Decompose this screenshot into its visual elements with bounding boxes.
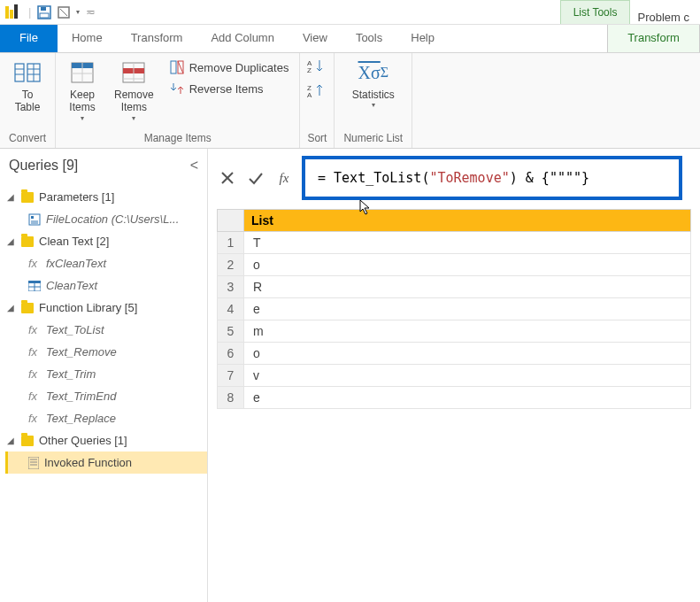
svg-rect-2 xyxy=(14,4,18,19)
tab-add-column[interactable]: Add Column xyxy=(196,25,288,52)
query-label: Text_Trim xyxy=(46,367,96,381)
tab-file[interactable]: File xyxy=(0,25,58,52)
undo-icon[interactable] xyxy=(57,5,71,19)
keep-items-button[interactable]: Keep Items ▾ xyxy=(63,57,102,124)
parameter-icon xyxy=(28,213,41,226)
queries-header: Queries [9] < xyxy=(0,149,207,182)
table-row[interactable]: 3R xyxy=(218,276,691,298)
to-table-label: To Table xyxy=(15,89,41,114)
tab-home[interactable]: Home xyxy=(58,25,117,52)
remove-duplicates-label: Remove Duplicates xyxy=(189,61,289,74)
table-row[interactable]: 1T xyxy=(218,232,691,254)
queries-title: Queries [9] xyxy=(9,158,78,174)
cell-value: T xyxy=(244,232,691,254)
ribbon: To Table Convert Keep Items ▾ Remove Ite… xyxy=(0,53,700,149)
cell-value: o xyxy=(244,254,691,276)
row-number: 6 xyxy=(218,343,244,365)
query-text-trimend[interactable]: fx Text_TrimEnd xyxy=(5,385,207,407)
cell-value: e xyxy=(244,298,691,320)
query-text-replace[interactable]: fx Text_Replace xyxy=(5,407,207,429)
group-label: Function Library [5] xyxy=(39,301,137,314)
row-number: 4 xyxy=(218,298,244,320)
group-parameters[interactable]: ◢ Parameters [1] xyxy=(5,186,207,208)
svg-rect-5 xyxy=(40,13,49,18)
accept-formula-button[interactable] xyxy=(245,167,266,189)
tab-help[interactable]: Help xyxy=(396,25,449,52)
ribbon-group-numeric: Xσ Σ Statistics ▾ Numeric List xyxy=(335,53,412,148)
keep-items-label: Keep Items xyxy=(69,89,95,114)
query-label: Invoked Function xyxy=(44,456,132,469)
svg-line-24 xyxy=(178,61,183,73)
table-row[interactable]: 7v xyxy=(218,365,691,387)
formula-suffix: ) & {""""} xyxy=(510,170,589,186)
svg-rect-37 xyxy=(28,457,39,469)
tab-transform[interactable]: Transform xyxy=(117,25,197,52)
query-label: FileLocation (C:\Users\L... xyxy=(46,212,179,226)
chevron-down-icon: ▾ xyxy=(372,101,375,109)
group-label: Other Queries [1] xyxy=(39,434,127,447)
cancel-formula-button[interactable] xyxy=(217,167,238,189)
query-text-trim[interactable]: fx Text_Trim xyxy=(5,363,207,385)
svg-rect-7 xyxy=(15,64,24,81)
app-logo-icon xyxy=(4,4,19,20)
row-number: 8 xyxy=(218,387,244,409)
qat-overflow: ≂ xyxy=(86,5,96,19)
svg-text:A: A xyxy=(307,91,312,99)
row-number: 7 xyxy=(218,365,244,387)
cell-value: o xyxy=(244,343,691,365)
sort-desc-button[interactable]: ZA xyxy=(305,81,328,101)
statistics-label: Statistics xyxy=(352,89,395,101)
qat-dropdown-icon[interactable]: ▾ xyxy=(76,8,80,16)
group-label: Parameters [1] xyxy=(39,190,114,204)
remove-items-button[interactable]: Remove Items ▾ xyxy=(109,57,159,124)
table-row[interactable]: 8e xyxy=(218,387,691,409)
formula-bar: fx = Text_ToList("ToRemove") & {""""} xyxy=(217,156,691,200)
formula-prefix: = Text_ToList( xyxy=(318,170,429,186)
remove-duplicates-button[interactable]: Remove Duplicates xyxy=(166,58,293,76)
table-row[interactable]: 6o xyxy=(218,343,691,365)
query-fxcleantext[interactable]: fx fxCleanText xyxy=(5,252,207,274)
chevron-down-icon: ▾ xyxy=(81,114,84,122)
queries-pane: Queries [9] < ◢ Parameters [1] FileLocat… xyxy=(0,149,208,602)
table-row[interactable]: 5m xyxy=(218,320,691,343)
list-column-header[interactable]: List xyxy=(244,210,691,232)
reverse-items-button[interactable]: Reverse Items xyxy=(166,80,293,97)
query-filelocation[interactable]: FileLocation (C:\Users\L... xyxy=(5,208,207,230)
group-other-queries[interactable]: ◢ Other Queries [1] xyxy=(5,429,207,452)
list-preview-table: List 1T2o3R4e5m6o7v8e xyxy=(217,209,691,409)
fx-icon: fx xyxy=(28,323,41,336)
query-invoked-function[interactable]: Invoked Function xyxy=(5,452,207,474)
statistics-icon: Xσ Σ xyxy=(359,58,388,87)
query-text-tolist[interactable]: fx Text_ToList xyxy=(5,319,207,341)
query-text-remove[interactable]: fx Text_Remove xyxy=(5,341,207,363)
query-cleantext[interactable]: CleanText xyxy=(5,274,207,297)
group-label-manage: Manage Items xyxy=(63,130,292,146)
table-row[interactable]: 2o xyxy=(218,254,691,276)
svg-rect-0 xyxy=(5,6,9,19)
to-table-button[interactable]: To Table xyxy=(7,57,48,116)
folder-icon xyxy=(21,303,34,313)
group-label-convert: Convert xyxy=(7,130,48,146)
tab-tools[interactable]: Tools xyxy=(342,25,396,52)
ribbon-group-sort: AZ ZA Sort xyxy=(300,53,335,148)
caret-down-icon: ◢ xyxy=(7,303,16,313)
tab-view[interactable]: View xyxy=(288,25,342,52)
group-function-library[interactable]: ◢ Function Library [5] xyxy=(5,297,207,319)
svg-rect-4 xyxy=(41,7,46,11)
sort-asc-button[interactable]: AZ xyxy=(305,57,328,76)
caret-down-icon: ◢ xyxy=(7,192,16,202)
tab-context-transform[interactable]: Transform xyxy=(607,25,700,52)
formula-input[interactable]: = Text_ToList("ToRemove") & {""""} xyxy=(302,156,682,200)
remove-items-icon xyxy=(119,58,148,87)
group-clean-text[interactable]: ◢ Clean Text [2] xyxy=(5,230,207,252)
collapse-chevron-icon[interactable]: < xyxy=(190,158,198,174)
statistics-button[interactable]: Xσ Σ Statistics ▾ xyxy=(342,57,404,111)
remove-items-label: Remove Items xyxy=(114,89,154,114)
save-icon[interactable] xyxy=(37,5,51,19)
table-row[interactable]: 4e xyxy=(218,298,691,320)
query-label: CleanText xyxy=(46,279,97,292)
fx-icon: fx xyxy=(28,345,41,359)
group-label: Clean Text [2] xyxy=(39,235,109,248)
queries-tree: ◢ Parameters [1] FileLocation (C:\Users\… xyxy=(0,182,207,477)
query-label: Text_Replace xyxy=(46,412,116,425)
